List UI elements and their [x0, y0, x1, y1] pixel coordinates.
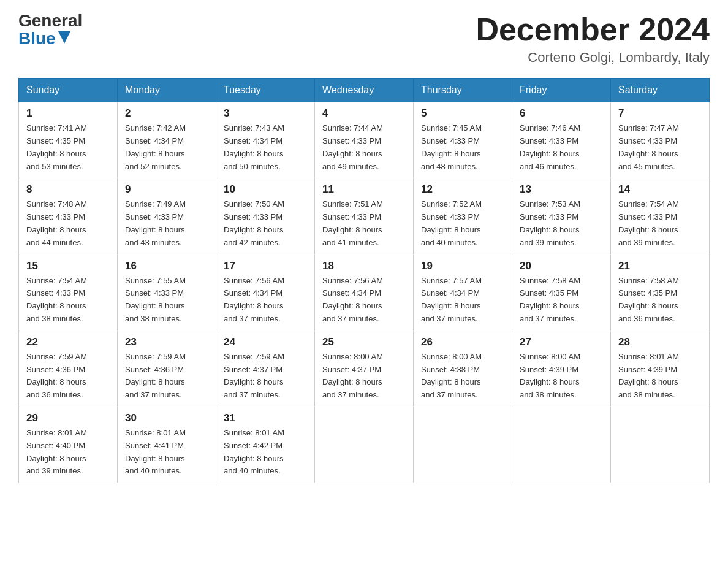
day-info: Sunrise: 7:59 AM Sunset: 4:36 PM Dayligh… [125, 351, 208, 402]
weekday-header-friday: Friday [512, 79, 611, 102]
day-info: Sunrise: 7:51 AM Sunset: 4:33 PM Dayligh… [322, 198, 406, 249]
day-info: Sunrise: 7:54 AM Sunset: 4:33 PM Dayligh… [26, 275, 110, 326]
weekday-header-thursday: Thursday [414, 79, 512, 102]
weekday-header-tuesday: Tuesday [216, 79, 315, 102]
day-number: 3 [224, 107, 307, 120]
weekday-header-row: SundayMondayTuesdayWednesdayThursdayFrid… [19, 79, 710, 102]
day-info: Sunrise: 7:47 AM Sunset: 4:33 PM Dayligh… [618, 122, 702, 173]
calendar-cell [611, 407, 710, 483]
calendar-cell: 23 Sunrise: 7:59 AM Sunset: 4:36 PM Dayl… [118, 331, 216, 407]
day-number: 4 [322, 107, 406, 120]
calendar-cell: 1 Sunrise: 7:41 AM Sunset: 4:35 PM Dayli… [19, 102, 118, 178]
day-number: 12 [421, 183, 504, 196]
calendar-cell [512, 407, 611, 483]
day-info: Sunrise: 7:57 AM Sunset: 4:34 PM Dayligh… [421, 275, 504, 326]
day-number: 7 [618, 107, 702, 120]
day-number: 30 [125, 412, 208, 424]
calendar-cell: 10 Sunrise: 7:50 AM Sunset: 4:33 PM Dayl… [216, 178, 315, 255]
calendar-cell: 6 Sunrise: 7:46 AM Sunset: 4:33 PM Dayli… [512, 102, 611, 178]
day-info: Sunrise: 7:59 AM Sunset: 4:36 PM Dayligh… [26, 351, 110, 402]
day-info: Sunrise: 7:49 AM Sunset: 4:33 PM Dayligh… [125, 198, 208, 249]
day-number: 20 [520, 260, 603, 272]
svg-marker-0 [58, 31, 70, 44]
day-info: Sunrise: 7:56 AM Sunset: 4:34 PM Dayligh… [224, 275, 307, 326]
day-info: Sunrise: 7:43 AM Sunset: 4:34 PM Dayligh… [224, 122, 307, 173]
day-number: 15 [26, 260, 110, 272]
day-info: Sunrise: 7:59 AM Sunset: 4:37 PM Dayligh… [224, 351, 307, 402]
calendar-week-row: 1 Sunrise: 7:41 AM Sunset: 4:35 PM Dayli… [19, 102, 710, 178]
logo-arrow-icon [58, 31, 70, 44]
day-number: 5 [421, 107, 504, 120]
calendar-week-row: 29 Sunrise: 8:01 AM Sunset: 4:40 PM Dayl… [19, 407, 710, 483]
day-info: Sunrise: 7:58 AM Sunset: 4:35 PM Dayligh… [520, 275, 603, 326]
day-info: Sunrise: 7:44 AM Sunset: 4:33 PM Dayligh… [322, 122, 406, 173]
day-number: 9 [125, 183, 208, 196]
calendar-cell: 9 Sunrise: 7:49 AM Sunset: 4:33 PM Dayli… [118, 178, 216, 255]
calendar-cell: 18 Sunrise: 7:56 AM Sunset: 4:34 PM Dayl… [315, 255, 414, 331]
calendar-cell: 30 Sunrise: 8:01 AM Sunset: 4:41 PM Dayl… [118, 407, 216, 483]
logo-blue-text: Blue [18, 29, 70, 48]
calendar-cell: 20 Sunrise: 7:58 AM Sunset: 4:35 PM Dayl… [512, 255, 611, 331]
day-number: 14 [618, 183, 702, 196]
calendar-cell: 21 Sunrise: 7:58 AM Sunset: 4:35 PM Dayl… [611, 255, 710, 331]
day-info: Sunrise: 8:00 AM Sunset: 4:38 PM Dayligh… [421, 351, 504, 402]
calendar-cell: 15 Sunrise: 7:54 AM Sunset: 4:33 PM Dayl… [19, 255, 118, 331]
day-number: 1 [26, 107, 110, 120]
day-number: 23 [125, 336, 208, 348]
calendar-week-row: 8 Sunrise: 7:48 AM Sunset: 4:33 PM Dayli… [19, 178, 710, 255]
day-info: Sunrise: 7:54 AM Sunset: 4:33 PM Dayligh… [618, 198, 702, 249]
day-number: 13 [520, 183, 603, 196]
day-number: 18 [322, 260, 406, 272]
calendar-cell: 26 Sunrise: 8:00 AM Sunset: 4:38 PM Dayl… [414, 331, 512, 407]
calendar-cell: 24 Sunrise: 7:59 AM Sunset: 4:37 PM Dayl… [216, 331, 315, 407]
calendar-cell: 29 Sunrise: 8:01 AM Sunset: 4:40 PM Dayl… [19, 407, 118, 483]
day-info: Sunrise: 8:01 AM Sunset: 4:41 PM Dayligh… [125, 427, 208, 478]
calendar-cell: 2 Sunrise: 7:42 AM Sunset: 4:34 PM Dayli… [118, 102, 216, 178]
logo: General Blue [18, 12, 82, 48]
calendar-cell [315, 407, 414, 483]
day-info: Sunrise: 7:53 AM Sunset: 4:33 PM Dayligh… [520, 198, 603, 249]
day-info: Sunrise: 7:45 AM Sunset: 4:33 PM Dayligh… [421, 122, 504, 173]
day-number: 16 [125, 260, 208, 272]
day-number: 28 [618, 336, 702, 348]
day-number: 10 [224, 183, 307, 196]
day-info: Sunrise: 7:42 AM Sunset: 4:34 PM Dayligh… [125, 122, 208, 173]
day-info: Sunrise: 8:01 AM Sunset: 4:40 PM Dayligh… [26, 427, 110, 478]
calendar-cell: 4 Sunrise: 7:44 AM Sunset: 4:33 PM Dayli… [315, 102, 414, 178]
day-info: Sunrise: 7:48 AM Sunset: 4:33 PM Dayligh… [26, 198, 110, 249]
calendar-cell: 11 Sunrise: 7:51 AM Sunset: 4:33 PM Dayl… [315, 178, 414, 255]
calendar-cell: 31 Sunrise: 8:01 AM Sunset: 4:42 PM Dayl… [216, 407, 315, 483]
weekday-header-sunday: Sunday [19, 79, 118, 102]
calendar-cell: 13 Sunrise: 7:53 AM Sunset: 4:33 PM Dayl… [512, 178, 611, 255]
calendar-cell: 22 Sunrise: 7:59 AM Sunset: 4:36 PM Dayl… [19, 331, 118, 407]
day-number: 31 [224, 412, 307, 424]
calendar-week-row: 15 Sunrise: 7:54 AM Sunset: 4:33 PM Dayl… [19, 255, 710, 331]
weekday-header-monday: Monday [118, 79, 216, 102]
weekday-header-wednesday: Wednesday [315, 79, 414, 102]
page-header: General Blue December 2024 Corteno Golgi… [18, 12, 710, 66]
day-number: 27 [520, 336, 603, 348]
calendar-cell: 25 Sunrise: 8:00 AM Sunset: 4:37 PM Dayl… [315, 331, 414, 407]
calendar-cell: 14 Sunrise: 7:54 AM Sunset: 4:33 PM Dayl… [611, 178, 710, 255]
day-number: 24 [224, 336, 307, 348]
title-section: December 2024 Corteno Golgi, Lombardy, I… [476, 12, 710, 66]
day-number: 19 [421, 260, 504, 272]
calendar-table: SundayMondayTuesdayWednesdayThursdayFrid… [18, 78, 710, 483]
calendar-cell: 19 Sunrise: 7:57 AM Sunset: 4:34 PM Dayl… [414, 255, 512, 331]
day-number: 21 [618, 260, 702, 272]
calendar-cell: 5 Sunrise: 7:45 AM Sunset: 4:33 PM Dayli… [414, 102, 512, 178]
day-info: Sunrise: 7:52 AM Sunset: 4:33 PM Dayligh… [421, 198, 504, 249]
day-number: 2 [125, 107, 208, 120]
day-info: Sunrise: 8:01 AM Sunset: 4:39 PM Dayligh… [618, 351, 702, 402]
day-info: Sunrise: 7:56 AM Sunset: 4:34 PM Dayligh… [322, 275, 406, 326]
calendar-cell: 16 Sunrise: 7:55 AM Sunset: 4:33 PM Dayl… [118, 255, 216, 331]
day-info: Sunrise: 7:50 AM Sunset: 4:33 PM Dayligh… [224, 198, 307, 249]
calendar-cell: 3 Sunrise: 7:43 AM Sunset: 4:34 PM Dayli… [216, 102, 315, 178]
day-number: 11 [322, 183, 406, 196]
day-number: 8 [26, 183, 110, 196]
day-number: 26 [421, 336, 504, 348]
day-info: Sunrise: 7:55 AM Sunset: 4:33 PM Dayligh… [125, 275, 208, 326]
calendar-cell: 27 Sunrise: 8:00 AM Sunset: 4:39 PM Dayl… [512, 331, 611, 407]
day-info: Sunrise: 8:01 AM Sunset: 4:42 PM Dayligh… [224, 427, 307, 478]
day-number: 17 [224, 260, 307, 272]
